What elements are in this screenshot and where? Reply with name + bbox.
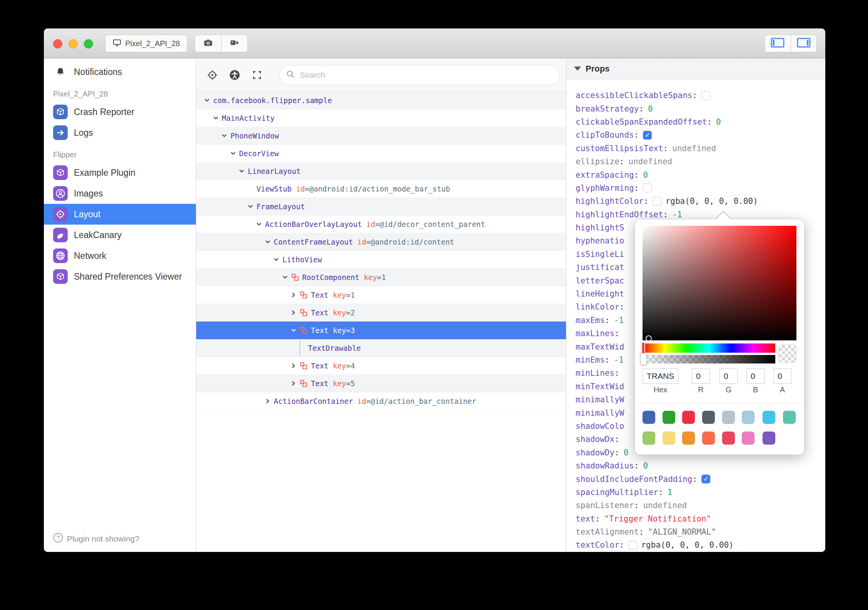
- preset-color-swatch[interactable]: [682, 432, 695, 445]
- tree-row[interactable]: RootComponent key=1: [196, 268, 566, 286]
- prop-value: 0: [648, 104, 653, 113]
- capture-buttons: [195, 35, 248, 52]
- screen-record-button[interactable]: [221, 35, 248, 52]
- search-input[interactable]: [299, 70, 553, 80]
- sidebar-item-layout[interactable]: Layout: [44, 204, 196, 225]
- chevron-down-icon[interactable]: [273, 257, 279, 263]
- chevron-down-icon[interactable]: [265, 239, 271, 245]
- prop-row: textColor:rgba(0, 0, 0, 0.00): [576, 538, 825, 552]
- collapse-section-icon: [574, 67, 581, 71]
- tree-row[interactable]: MainActivity: [196, 109, 566, 127]
- target-mode-button[interactable]: [207, 70, 218, 80]
- preset-color-swatch[interactable]: [663, 432, 675, 445]
- plugin-help-link[interactable]: ? Plugin not showing?: [53, 533, 139, 545]
- checkbox-checked[interactable]: ✓: [643, 131, 652, 140]
- minimize-window-button[interactable]: [68, 39, 78, 48]
- accessibility-mode-button[interactable]: [229, 70, 240, 80]
- sidebar-item-network[interactable]: Network: [44, 245, 196, 266]
- checkbox-checked[interactable]: ✓: [701, 475, 710, 483]
- tree-row[interactable]: DecorView: [196, 145, 566, 162]
- hue-slider-handle[interactable]: [641, 342, 645, 354]
- sidebar-item-notifications[interactable]: Notifications: [44, 62, 196, 82]
- chevron-right-icon[interactable]: [290, 310, 297, 316]
- sidebar-section-header: Pixel_2_API_28: [44, 82, 196, 102]
- preset-color-swatch[interactable]: [722, 411, 735, 424]
- zoom-window-button[interactable]: [84, 39, 93, 48]
- close-window-button[interactable]: [53, 39, 62, 48]
- chevron-down-icon[interactable]: [282, 274, 288, 280]
- tree-row[interactable]: Text key=5: [196, 375, 566, 392]
- alpha-slider-handle[interactable]: [640, 353, 647, 365]
- preset-color-swatch[interactable]: [643, 432, 655, 445]
- chevron-right-icon[interactable]: [290, 380, 297, 387]
- sidebar-item-images[interactable]: Images: [44, 183, 196, 204]
- prop-key: highlightEndOffset: [576, 210, 663, 219]
- chevron-right-icon[interactable]: [290, 363, 297, 369]
- preset-color-swatch[interactable]: [663, 411, 675, 424]
- toggle-left-panel-button[interactable]: [765, 35, 791, 52]
- tree-row[interactable]: Text key=1: [196, 286, 566, 304]
- blue-input[interactable]: [746, 368, 765, 384]
- preset-color-swatch[interactable]: [763, 411, 775, 424]
- tree-row[interactable]: ViewStub id=@android:id/action_mode_bar_…: [196, 180, 566, 198]
- checkbox-unchecked[interactable]: [701, 91, 710, 100]
- tree-row[interactable]: ContentFrameLayout id=@android:id/conten…: [196, 233, 566, 251]
- tree-row[interactable]: Text key=4: [196, 357, 566, 375]
- saturation-value-area[interactable]: [643, 226, 796, 340]
- hue-slider[interactable]: [643, 343, 775, 353]
- preset-color-swatch[interactable]: [682, 411, 695, 424]
- chevron-down-icon[interactable]: [213, 115, 219, 121]
- tree-row[interactable]: TextDrawable: [196, 339, 566, 357]
- chevron-right-icon[interactable]: [290, 292, 297, 298]
- chevron-down-icon[interactable]: [239, 168, 245, 174]
- tree-row[interactable]: ActionBarOverlayLayout id=@id/decor_cont…: [196, 215, 566, 233]
- checkbox-unchecked[interactable]: [643, 183, 652, 192]
- select-frame-button[interactable]: [252, 70, 262, 80]
- chevron-down-icon[interactable]: [204, 97, 210, 103]
- chevron-right-icon[interactable]: [265, 398, 271, 404]
- sv-cursor[interactable]: [646, 335, 652, 342]
- chevron-down-icon[interactable]: [221, 133, 227, 139]
- props-header[interactable]: Props: [566, 58, 825, 79]
- hex-input[interactable]: [643, 368, 678, 384]
- preset-color-swatch[interactable]: [722, 432, 735, 445]
- element-name: FrameLayout: [257, 202, 305, 211]
- preset-color-swatch[interactable]: [742, 432, 754, 445]
- chevron-down-icon[interactable]: [290, 327, 297, 333]
- tree-row[interactable]: ActionBarContainer id=@id/action_bar_con…: [196, 392, 566, 410]
- tree-row[interactable]: Text key=3: [196, 322, 566, 339]
- cube-icon: [53, 269, 68, 284]
- tree-row[interactable]: PhoneWindow: [196, 127, 566, 145]
- toggle-right-panel-button[interactable]: [791, 35, 817, 52]
- red-input[interactable]: [692, 368, 710, 384]
- sidebar-item-leakcanary[interactable]: LeakCanary: [44, 225, 196, 245]
- tree-row[interactable]: LithoView: [196, 251, 566, 268]
- preset-color-swatch[interactable]: [643, 411, 655, 424]
- sidebar-item-crash-reporter[interactable]: Crash Reporter: [44, 102, 196, 122]
- alpha-input[interactable]: [773, 368, 791, 384]
- sidebar-item-logs[interactable]: Logs: [44, 122, 196, 143]
- tree-row[interactable]: Text key=2: [196, 304, 566, 322]
- search-box[interactable]: [279, 65, 560, 85]
- prop-key: justificat: [576, 263, 624, 272]
- screenshot-button[interactable]: [195, 35, 221, 52]
- color-swatch-button[interactable]: [628, 541, 637, 550]
- tree-row[interactable]: LinearLayout: [196, 162, 566, 180]
- tree-row[interactable]: FrameLayout: [196, 198, 566, 215]
- prop-row: ellipsize:undefined: [576, 155, 825, 168]
- alpha-slider[interactable]: [643, 355, 775, 363]
- preset-color-swatch[interactable]: [783, 411, 796, 424]
- color-swatch-button[interactable]: [653, 197, 662, 206]
- tree-row[interactable]: com.facebook.flipper.sample: [196, 92, 566, 109]
- chevron-down-icon[interactable]: [230, 150, 236, 157]
- preset-color-swatch[interactable]: [763, 432, 775, 445]
- chevron-down-icon[interactable]: [256, 221, 262, 227]
- sidebar-item-shared-preferences-viewer[interactable]: Shared Preferences Viewer: [44, 266, 196, 287]
- green-input[interactable]: [719, 368, 738, 384]
- sidebar-item-example-plugin[interactable]: Example Plugin: [44, 162, 196, 183]
- chevron-down-icon[interactable]: [247, 203, 254, 210]
- preset-color-swatch[interactable]: [702, 432, 715, 445]
- preset-color-swatch[interactable]: [742, 411, 754, 424]
- device-selector-button[interactable]: Pixel_2_API_28: [105, 35, 187, 52]
- preset-color-swatch[interactable]: [702, 411, 715, 424]
